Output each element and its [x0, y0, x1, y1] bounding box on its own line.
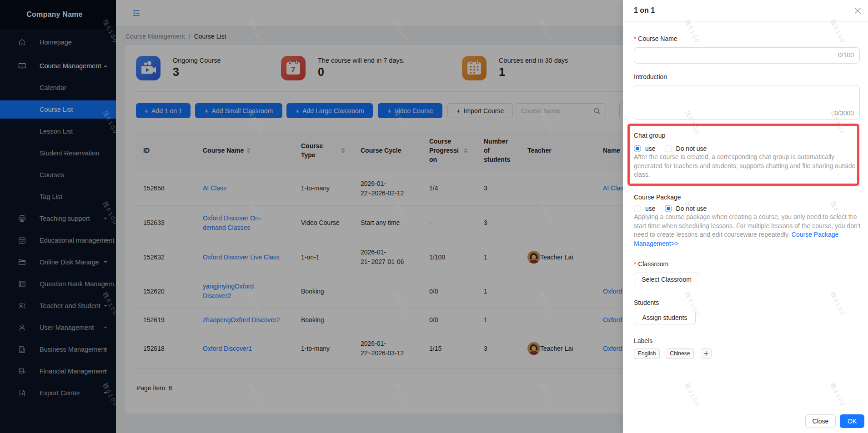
classroom-label: Classroom	[634, 259, 668, 269]
course-package-management-link[interactable]: Management>>	[634, 240, 678, 247]
course-name-input[interactable]	[640, 48, 830, 63]
app-canvas: Company Name HomepageCourse ManagementCa…	[0, 0, 868, 433]
introduction-counter: 0/3000	[834, 109, 854, 117]
course-package-description: Applying a course package when creating …	[634, 213, 863, 248]
introduction-textarea-box: 0/3000	[634, 85, 860, 120]
course-package-radio-do-not-use[interactable]	[665, 205, 672, 212]
close-icon[interactable]	[854, 7, 861, 14]
radio-label: use	[645, 205, 656, 212]
course-package-radio-use[interactable]	[634, 205, 641, 212]
ok-button[interactable]: OK	[840, 414, 864, 428]
label-tag-english[interactable]: English	[634, 348, 660, 359]
introduction-label: Introduction	[634, 72, 667, 81]
course-name-input-box: 0/100	[634, 47, 860, 64]
labels-label: Labels	[634, 336, 652, 345]
drawer-title: 1 on 1	[634, 6, 655, 15]
course-name-label: Course Name	[634, 34, 677, 43]
select-classroom-button[interactable]: Select Classroom	[634, 273, 699, 286]
course-package-label: Course Package	[634, 193, 681, 202]
chat-group-description: After the course is created, a correspon…	[634, 153, 863, 179]
course-package-radio-group: useDo not use	[634, 204, 707, 213]
label-tag-chinese[interactable]: Chinese	[666, 348, 694, 359]
assign-students-button[interactable]: Assign students	[634, 311, 696, 324]
course-package-management-link[interactable]: Course Package	[792, 231, 839, 238]
chat-group-radio-use[interactable]	[634, 145, 641, 152]
radio-label: Do not use	[676, 145, 707, 152]
labels-tags-row: EnglishChinese	[634, 348, 712, 359]
drawer-mask[interactable]	[0, 0, 623, 433]
radio-label: use	[645, 145, 656, 152]
radio-label: Do not use	[676, 205, 707, 212]
introduction-textarea[interactable]	[640, 88, 830, 109]
close-button[interactable]: Close	[805, 414, 836, 428]
chat-group-radio-group: useDo not use	[634, 144, 707, 153]
drawer-header: 1 on 1	[623, 0, 868, 22]
add-label-button[interactable]	[701, 348, 712, 359]
drawer-panel: 1 on 1 Course Name 0/100 Introduction 0/…	[623, 0, 868, 433]
chat-group-label: Chat group	[634, 131, 665, 140]
chat-group-radio-do-not-use[interactable]	[665, 145, 672, 152]
course-name-counter: 0/100	[838, 51, 854, 59]
drawer-footer: Close OK	[623, 409, 868, 433]
students-label: Students	[634, 298, 659, 307]
